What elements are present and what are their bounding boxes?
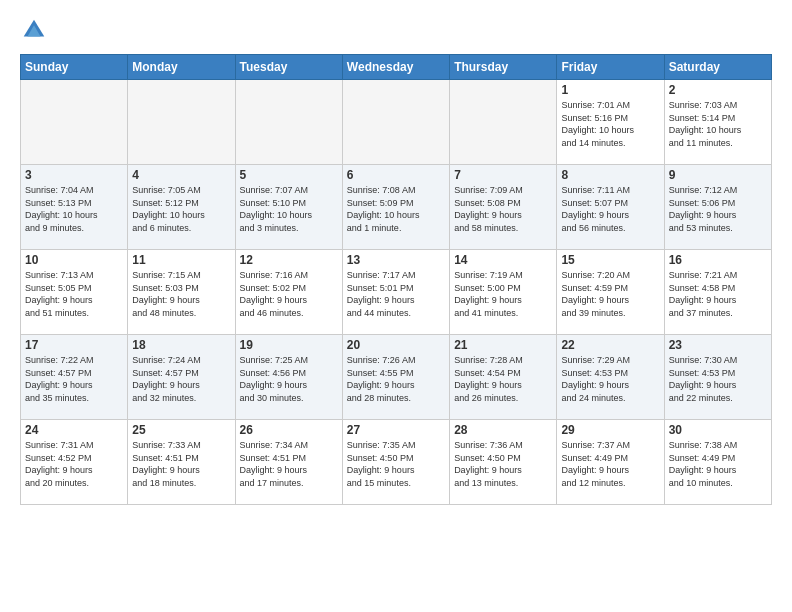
day-info: Sunrise: 7:31 AM Sunset: 4:52 PM Dayligh… [25, 439, 123, 489]
calendar-cell: 26Sunrise: 7:34 AM Sunset: 4:51 PM Dayli… [235, 420, 342, 505]
day-number: 4 [132, 168, 230, 182]
day-number: 20 [347, 338, 445, 352]
calendar-cell: 14Sunrise: 7:19 AM Sunset: 5:00 PM Dayli… [450, 250, 557, 335]
day-number: 27 [347, 423, 445, 437]
day-info: Sunrise: 7:38 AM Sunset: 4:49 PM Dayligh… [669, 439, 767, 489]
day-number: 28 [454, 423, 552, 437]
calendar-cell [21, 80, 128, 165]
day-info: Sunrise: 7:26 AM Sunset: 4:55 PM Dayligh… [347, 354, 445, 404]
day-number: 30 [669, 423, 767, 437]
day-number: 16 [669, 253, 767, 267]
weekday-header: Tuesday [235, 55, 342, 80]
day-info: Sunrise: 7:17 AM Sunset: 5:01 PM Dayligh… [347, 269, 445, 319]
calendar-cell: 19Sunrise: 7:25 AM Sunset: 4:56 PM Dayli… [235, 335, 342, 420]
day-number: 1 [561, 83, 659, 97]
calendar-cell: 20Sunrise: 7:26 AM Sunset: 4:55 PM Dayli… [342, 335, 449, 420]
calendar-cell: 2Sunrise: 7:03 AM Sunset: 5:14 PM Daylig… [664, 80, 771, 165]
header [20, 16, 772, 44]
calendar-cell: 18Sunrise: 7:24 AM Sunset: 4:57 PM Dayli… [128, 335, 235, 420]
weekday-header: Wednesday [342, 55, 449, 80]
calendar-cell: 4Sunrise: 7:05 AM Sunset: 5:12 PM Daylig… [128, 165, 235, 250]
day-info: Sunrise: 7:13 AM Sunset: 5:05 PM Dayligh… [25, 269, 123, 319]
calendar-cell: 21Sunrise: 7:28 AM Sunset: 4:54 PM Dayli… [450, 335, 557, 420]
calendar: SundayMondayTuesdayWednesdayThursdayFrid… [20, 54, 772, 505]
calendar-week-row: 10Sunrise: 7:13 AM Sunset: 5:05 PM Dayli… [21, 250, 772, 335]
calendar-week-row: 3Sunrise: 7:04 AM Sunset: 5:13 PM Daylig… [21, 165, 772, 250]
calendar-cell [235, 80, 342, 165]
calendar-week-row: 1Sunrise: 7:01 AM Sunset: 5:16 PM Daylig… [21, 80, 772, 165]
day-number: 8 [561, 168, 659, 182]
day-info: Sunrise: 7:22 AM Sunset: 4:57 PM Dayligh… [25, 354, 123, 404]
calendar-cell [450, 80, 557, 165]
day-number: 11 [132, 253, 230, 267]
calendar-cell: 11Sunrise: 7:15 AM Sunset: 5:03 PM Dayli… [128, 250, 235, 335]
day-info: Sunrise: 7:01 AM Sunset: 5:16 PM Dayligh… [561, 99, 659, 149]
day-info: Sunrise: 7:36 AM Sunset: 4:50 PM Dayligh… [454, 439, 552, 489]
calendar-cell: 12Sunrise: 7:16 AM Sunset: 5:02 PM Dayli… [235, 250, 342, 335]
day-info: Sunrise: 7:24 AM Sunset: 4:57 PM Dayligh… [132, 354, 230, 404]
day-info: Sunrise: 7:29 AM Sunset: 4:53 PM Dayligh… [561, 354, 659, 404]
page: SundayMondayTuesdayWednesdayThursdayFrid… [0, 0, 792, 612]
day-info: Sunrise: 7:19 AM Sunset: 5:00 PM Dayligh… [454, 269, 552, 319]
day-info: Sunrise: 7:34 AM Sunset: 4:51 PM Dayligh… [240, 439, 338, 489]
day-number: 15 [561, 253, 659, 267]
calendar-cell: 22Sunrise: 7:29 AM Sunset: 4:53 PM Dayli… [557, 335, 664, 420]
day-info: Sunrise: 7:15 AM Sunset: 5:03 PM Dayligh… [132, 269, 230, 319]
day-info: Sunrise: 7:04 AM Sunset: 5:13 PM Dayligh… [25, 184, 123, 234]
weekday-header-row: SundayMondayTuesdayWednesdayThursdayFrid… [21, 55, 772, 80]
calendar-cell: 29Sunrise: 7:37 AM Sunset: 4:49 PM Dayli… [557, 420, 664, 505]
day-info: Sunrise: 7:28 AM Sunset: 4:54 PM Dayligh… [454, 354, 552, 404]
day-number: 9 [669, 168, 767, 182]
weekday-header: Sunday [21, 55, 128, 80]
calendar-cell: 30Sunrise: 7:38 AM Sunset: 4:49 PM Dayli… [664, 420, 771, 505]
day-number: 10 [25, 253, 123, 267]
day-info: Sunrise: 7:09 AM Sunset: 5:08 PM Dayligh… [454, 184, 552, 234]
calendar-cell: 17Sunrise: 7:22 AM Sunset: 4:57 PM Dayli… [21, 335, 128, 420]
day-number: 22 [561, 338, 659, 352]
calendar-cell: 6Sunrise: 7:08 AM Sunset: 5:09 PM Daylig… [342, 165, 449, 250]
calendar-cell: 7Sunrise: 7:09 AM Sunset: 5:08 PM Daylig… [450, 165, 557, 250]
calendar-week-row: 24Sunrise: 7:31 AM Sunset: 4:52 PM Dayli… [21, 420, 772, 505]
day-info: Sunrise: 7:35 AM Sunset: 4:50 PM Dayligh… [347, 439, 445, 489]
day-info: Sunrise: 7:08 AM Sunset: 5:09 PM Dayligh… [347, 184, 445, 234]
day-info: Sunrise: 7:25 AM Sunset: 4:56 PM Dayligh… [240, 354, 338, 404]
weekday-header: Monday [128, 55, 235, 80]
calendar-cell: 9Sunrise: 7:12 AM Sunset: 5:06 PM Daylig… [664, 165, 771, 250]
day-info: Sunrise: 7:21 AM Sunset: 4:58 PM Dayligh… [669, 269, 767, 319]
calendar-cell: 27Sunrise: 7:35 AM Sunset: 4:50 PM Dayli… [342, 420, 449, 505]
day-number: 2 [669, 83, 767, 97]
day-number: 3 [25, 168, 123, 182]
day-number: 7 [454, 168, 552, 182]
day-info: Sunrise: 7:11 AM Sunset: 5:07 PM Dayligh… [561, 184, 659, 234]
day-number: 5 [240, 168, 338, 182]
calendar-cell: 23Sunrise: 7:30 AM Sunset: 4:53 PM Dayli… [664, 335, 771, 420]
day-info: Sunrise: 7:20 AM Sunset: 4:59 PM Dayligh… [561, 269, 659, 319]
day-number: 18 [132, 338, 230, 352]
day-number: 13 [347, 253, 445, 267]
day-number: 23 [669, 338, 767, 352]
calendar-week-row: 17Sunrise: 7:22 AM Sunset: 4:57 PM Dayli… [21, 335, 772, 420]
logo [20, 16, 52, 44]
day-number: 17 [25, 338, 123, 352]
day-number: 14 [454, 253, 552, 267]
calendar-cell: 10Sunrise: 7:13 AM Sunset: 5:05 PM Dayli… [21, 250, 128, 335]
day-info: Sunrise: 7:05 AM Sunset: 5:12 PM Dayligh… [132, 184, 230, 234]
day-info: Sunrise: 7:07 AM Sunset: 5:10 PM Dayligh… [240, 184, 338, 234]
calendar-cell: 13Sunrise: 7:17 AM Sunset: 5:01 PM Dayli… [342, 250, 449, 335]
day-number: 25 [132, 423, 230, 437]
calendar-cell: 15Sunrise: 7:20 AM Sunset: 4:59 PM Dayli… [557, 250, 664, 335]
day-info: Sunrise: 7:12 AM Sunset: 5:06 PM Dayligh… [669, 184, 767, 234]
calendar-cell: 24Sunrise: 7:31 AM Sunset: 4:52 PM Dayli… [21, 420, 128, 505]
day-info: Sunrise: 7:37 AM Sunset: 4:49 PM Dayligh… [561, 439, 659, 489]
weekday-header: Thursday [450, 55, 557, 80]
day-number: 12 [240, 253, 338, 267]
calendar-cell: 28Sunrise: 7:36 AM Sunset: 4:50 PM Dayli… [450, 420, 557, 505]
calendar-cell: 8Sunrise: 7:11 AM Sunset: 5:07 PM Daylig… [557, 165, 664, 250]
day-number: 29 [561, 423, 659, 437]
day-info: Sunrise: 7:16 AM Sunset: 5:02 PM Dayligh… [240, 269, 338, 319]
day-number: 24 [25, 423, 123, 437]
calendar-cell: 25Sunrise: 7:33 AM Sunset: 4:51 PM Dayli… [128, 420, 235, 505]
day-number: 21 [454, 338, 552, 352]
calendar-cell [128, 80, 235, 165]
calendar-cell: 16Sunrise: 7:21 AM Sunset: 4:58 PM Dayli… [664, 250, 771, 335]
